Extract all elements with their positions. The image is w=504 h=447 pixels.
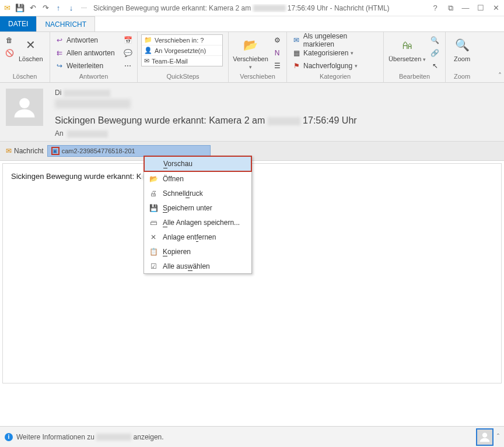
- ctx-quickprint[interactable]: 🖨Schnelldruck: [144, 186, 251, 200]
- quicksteps-gallery[interactable]: 📁Verschieben in: ? 👤An Vorgesetzte(n) ✉T…: [141, 34, 223, 66]
- people-pane-toggle-icon[interactable]: ˆ: [497, 433, 499, 441]
- move-folder-icon: 📂: [242, 36, 260, 54]
- from-line: [55, 99, 498, 108]
- quickstep-manager[interactable]: 👤An Vorgesetzte(n): [142, 45, 222, 56]
- actions-button[interactable]: ☰: [271, 60, 283, 72]
- ctx-save-as[interactable]: 💾Speichern unter: [144, 200, 251, 215]
- ribbon: 🗑 🚫 ✕ Löschen Löschen ↩Antworten ⇇Allen …: [0, 31, 504, 83]
- title-bar: ✉ 💾 ↶ ↷ ↑ ↓ ⋯ Sickingen Bewegung wurde e…: [0, 0, 504, 16]
- prev-item-icon[interactable]: ↑: [52, 2, 64, 14]
- reply-button[interactable]: ↩Antworten: [54, 34, 120, 46]
- ctx-preview[interactable]: Vorschau: [144, 156, 252, 172]
- rules-icon: ⚙: [272, 36, 282, 45]
- next-item-icon[interactable]: ↓: [65, 2, 77, 14]
- onenote-button[interactable]: N: [271, 47, 283, 59]
- ribbon-collapse-icon[interactable]: ˄: [498, 72, 502, 80]
- more-respond-button[interactable]: ⋯: [122, 60, 134, 72]
- im-button[interactable]: 💬: [122, 47, 134, 59]
- related-icon: 🔗: [430, 48, 440, 58]
- people-pane-avatar[interactable]: [476, 428, 494, 446]
- ctx-select-all[interactable]: ☑Alle auswählen: [144, 259, 251, 273]
- open-icon: 📂: [149, 174, 158, 184]
- cursor-icon: ↖: [430, 61, 440, 71]
- save-all-icon: 🗃: [149, 218, 158, 227]
- junk-icon: 🚫: [5, 48, 14, 58]
- find-button[interactable]: 🔍: [429, 34, 441, 46]
- find-icon: 🔍: [430, 36, 440, 45]
- junk-button[interactable]: 🚫: [4, 47, 15, 59]
- delete-button[interactable]: ✕ Löschen: [18, 34, 44, 64]
- group-tags: ✉Als ungelesen markieren ▦Kategorisieren…: [287, 32, 384, 82]
- mail-small-icon: ✉: [6, 147, 12, 155]
- select-all-icon: ☑: [149, 262, 158, 271]
- attachment-chip[interactable]: ▣ cam2-239854776518-201: [47, 145, 211, 157]
- move-button[interactable]: 📂 Verschieben: [232, 34, 269, 72]
- save-icon: 💾: [149, 203, 158, 213]
- undo-icon[interactable]: ↶: [27, 2, 38, 14]
- ignore-button[interactable]: 🗑: [4, 34, 15, 46]
- forward-button[interactable]: ↪Weiterleiten: [54, 60, 120, 72]
- attachment-file-icon: ▣: [51, 147, 60, 155]
- delete-icon: ✕: [22, 36, 40, 54]
- preview-icon: [149, 159, 159, 168]
- zoom-button[interactable]: 🔍 Zoom: [449, 34, 475, 64]
- reply-icon: ↩: [55, 36, 64, 45]
- print-icon: 🖨: [149, 189, 158, 198]
- title-time: 17:56:49 Uhr - Nachricht (HTML): [288, 4, 390, 12]
- window-title: Sickingen Bewegung wurde erkannt: Kamera…: [90, 4, 428, 12]
- window-controls: ? ⧉ — ☐ ✕: [428, 2, 503, 14]
- ctx-open[interactable]: 📂Öffnen: [144, 171, 251, 186]
- ribbon-options-icon[interactable]: ⧉: [443, 2, 457, 14]
- meeting-button[interactable]: 📅: [122, 34, 134, 46]
- group-edit-label: Bearbeiten: [387, 73, 442, 81]
- group-edit: 🗛 Übersetzen 🔍 🔗 ↖ Bearbeiten: [384, 32, 446, 82]
- group-move-label: Verschieben: [232, 73, 283, 81]
- redo-icon[interactable]: ↷: [40, 2, 51, 14]
- message-header: Di Sickingen Bewegung wurde erkannt: Kam…: [0, 83, 504, 142]
- quick-access-toolbar: ✉ 💾 ↶ ↷ ↑ ↓ ⋯: [1, 2, 90, 14]
- tab-file[interactable]: DATEI: [0, 16, 36, 31]
- meeting-icon: 📅: [123, 36, 132, 45]
- close-button[interactable]: ✕: [489, 2, 503, 14]
- attachment-row: ✉Nachricht ▣ cam2-239854776518-201: [0, 142, 504, 161]
- im-icon: 💬: [123, 48, 132, 58]
- group-delete-label: Löschen: [4, 73, 46, 81]
- body-text-a: Sickingen Bewegung wurde erkannt: K: [11, 172, 141, 181]
- attachment-context-menu: Vorschau 📂Öffnen 🖨Schnelldruck 💾Speicher…: [144, 156, 252, 274]
- group-respond: ↩Antworten ⇇Allen antworten ↪Weiterleite…: [50, 32, 138, 82]
- minimize-button[interactable]: —: [459, 2, 473, 14]
- forward-icon: ↪: [55, 61, 64, 71]
- tab-message[interactable]: NACHRICHT: [36, 16, 95, 31]
- quickstep-move[interactable]: 📁Verschieben in: ?: [142, 35, 222, 45]
- select-button[interactable]: ↖: [429, 60, 441, 72]
- svg-point-0: [19, 98, 30, 108]
- ribbon-tabs: DATEI NACHRICHT: [0, 16, 504, 31]
- attachment-tab[interactable]: ✉Nachricht: [6, 147, 44, 155]
- categorize-button[interactable]: ▦Kategorisieren: [290, 47, 380, 59]
- help-icon[interactable]: ?: [428, 2, 442, 14]
- mail-icon: ✉: [144, 57, 149, 65]
- mark-unread-button[interactable]: ✉Als ungelesen markieren: [290, 34, 380, 46]
- ctx-remove[interactable]: ✕Anlage entfernen: [144, 230, 251, 244]
- followup-button[interactable]: ⚑Nachverfolgung: [290, 60, 380, 72]
- maximize-button[interactable]: ☐: [474, 2, 488, 14]
- qat-more-icon[interactable]: ⋯: [78, 2, 90, 14]
- status-text[interactable]: Weitere Informationen zu anzeigen.: [16, 433, 164, 441]
- message-body: Sickingen Bewegung wurde erkannt: Kamera…: [2, 163, 502, 383]
- attachment-filename: cam2-239854776518-201: [62, 147, 135, 154]
- group-quicksteps: 📁Verschieben in: ? 👤An Vorgesetzte(n) ✉T…: [138, 32, 229, 82]
- reply-all-icon: ⇇: [55, 48, 64, 58]
- info-icon[interactable]: i: [5, 433, 13, 441]
- quickstep-team[interactable]: ✉Team-E-Mail: [142, 56, 222, 66]
- person-icon: 👤: [144, 47, 152, 54]
- ctx-save-all[interactable]: 🗃Alle Anlagen speichern...: [144, 215, 251, 230]
- flag-icon: ⚑: [292, 61, 301, 71]
- related-button[interactable]: 🔗: [429, 47, 441, 59]
- reply-all-button[interactable]: ⇇Allen antworten: [54, 47, 120, 59]
- group-tags-label: Kategorien: [290, 73, 380, 81]
- categorize-icon: ▦: [292, 48, 301, 58]
- rules-button[interactable]: ⚙: [271, 34, 283, 46]
- translate-button[interactable]: 🗛 Übersetzen: [387, 34, 427, 64]
- save-icon[interactable]: 💾: [14, 2, 26, 14]
- ctx-copy[interactable]: 📋Kopieren: [144, 244, 251, 259]
